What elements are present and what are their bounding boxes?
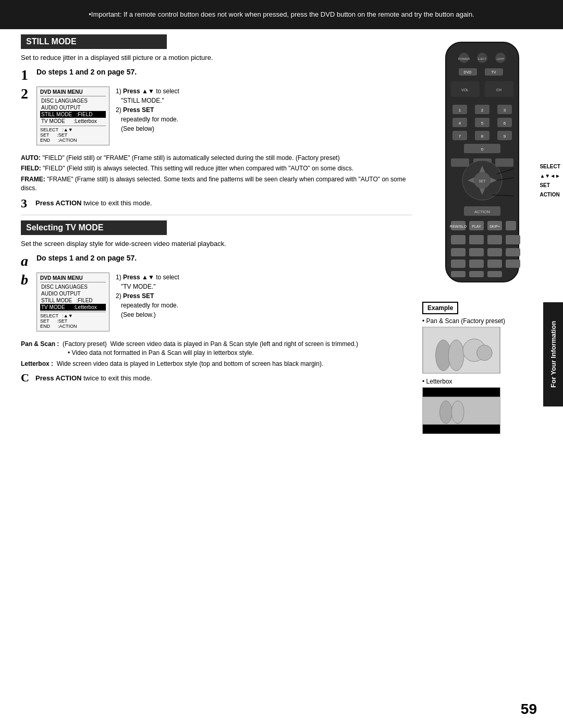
step-2-instructions: 1) Press ▲▼ to select "STILL MODE." 2) P… bbox=[116, 87, 179, 133]
field-desc: FIELD: "FIELD" (Field still) is always s… bbox=[21, 164, 412, 173]
menu-b-item-disc: DISC LANGUAGES bbox=[40, 283, 106, 290]
page-number: 59 bbox=[521, 701, 537, 718]
remote-labels: SELECT ▲▼◄► SET ACTION bbox=[540, 162, 560, 200]
step-3-number: 3 bbox=[21, 197, 32, 209]
step-1: 1 Do steps 1 and 2 on page 57. bbox=[21, 68, 412, 82]
letterbox-desc: Letterbox : Wide screen video data is pl… bbox=[21, 360, 412, 368]
svg-rect-70 bbox=[469, 271, 484, 277]
arrow-label: ▲▼◄► bbox=[540, 171, 560, 181]
auto-desc: AUTO: "FIELD" (Field still) or "FRAME" (… bbox=[21, 154, 412, 163]
svg-point-76 bbox=[477, 345, 493, 361]
tv-mode-intro: Set the screen display style for wide-sc… bbox=[21, 239, 412, 249]
svg-text:3: 3 bbox=[504, 108, 506, 113]
svg-rect-65 bbox=[451, 260, 466, 268]
menu-b-item-tv: TV MODE :Letterbox bbox=[40, 304, 106, 311]
svg-rect-62 bbox=[469, 248, 484, 256]
step-1-number: 1 bbox=[21, 68, 32, 82]
step-c-letter: C bbox=[21, 372, 32, 384]
remote-svg: POWER EJECT LIGHT DVD TV VOL CH 1 2 bbox=[433, 40, 532, 290]
svg-rect-58 bbox=[469, 235, 484, 244]
svg-text:PLAY: PLAY bbox=[472, 225, 481, 228]
svg-rect-59 bbox=[487, 235, 502, 244]
svg-rect-81 bbox=[423, 424, 500, 434]
svg-text:SET: SET bbox=[479, 179, 486, 183]
svg-rect-68 bbox=[506, 260, 520, 268]
menu-b-title: DVD MAIN MENU bbox=[40, 275, 106, 282]
svg-text:1: 1 bbox=[459, 108, 461, 113]
menu-item-still: STILL MODE :FIELD bbox=[40, 111, 106, 118]
step-b-instructions: 1) Press ▲▼ to select "TV MODE." 2) Pres… bbox=[116, 273, 179, 319]
letterbox-svg bbox=[423, 387, 500, 434]
menu-title: DVD MAIN MENU bbox=[40, 89, 106, 96]
pan-scan-desc: Pan & Scan : (Factory preset) Wide scree… bbox=[21, 340, 412, 357]
menu-b-item-audio: AUDIO OUTPUT bbox=[40, 290, 106, 297]
svg-rect-35 bbox=[451, 158, 469, 167]
menu-item-disc: DISC LANGUAGES bbox=[40, 97, 106, 104]
step-2: 2 DVD MAIN MENU DISC LANGUAGES AUDIO OUT… bbox=[21, 87, 412, 150]
still-mode-intro: Set to reduce jitter in a displayed stil… bbox=[21, 53, 412, 63]
svg-rect-53 bbox=[506, 221, 516, 230]
svg-text:0: 0 bbox=[481, 147, 484, 152]
svg-text:7: 7 bbox=[459, 134, 461, 139]
svg-text:POWER: POWER bbox=[458, 57, 470, 60]
step-1-text: Do steps 1 and 2 on page 57. bbox=[36, 68, 137, 76]
svg-rect-80 bbox=[423, 387, 500, 397]
example-section: Example • Pan & Scan (Factory preset) bbox=[422, 302, 542, 438]
svg-text:6: 6 bbox=[504, 121, 506, 126]
menu-footer: SELECT :▲▼ SET :SET END :ACTION bbox=[40, 126, 106, 143]
tv-mode-header: Selecting TV MODE bbox=[21, 220, 167, 235]
step-3: 3 Press ACTION twice to exit this mode. bbox=[21, 197, 412, 209]
example-label: Example bbox=[422, 302, 458, 314]
left-column: STILL MODE Set to reduce jitter in a dis… bbox=[21, 29, 412, 438]
still-mode-header: STILL MODE bbox=[21, 34, 167, 49]
still-mode-menu-box: DVD MAIN MENU DISC LANGUAGES AUDIO OUTPU… bbox=[36, 87, 109, 145]
svg-text:8: 8 bbox=[481, 134, 484, 139]
right-column: POWER EJECT LIGHT DVD TV VOL CH 1 2 bbox=[422, 29, 542, 438]
frame-desc: FRAME: "FRAME" (Frame still) is always s… bbox=[21, 175, 412, 193]
menu-b-item-still: STILL MODE :FILED bbox=[40, 297, 106, 304]
svg-text:5: 5 bbox=[481, 121, 484, 126]
action-label: ACTION bbox=[540, 190, 560, 200]
pan-scan-svg bbox=[423, 327, 500, 374]
svg-rect-57 bbox=[451, 235, 466, 244]
step-a-letter: a bbox=[21, 254, 32, 268]
menu-item-tv: TV MODE :Letterbox bbox=[40, 118, 106, 125]
set-label: SET bbox=[540, 181, 560, 190]
svg-rect-71 bbox=[487, 271, 502, 277]
top-banner: •Important: If a remote control button d… bbox=[0, 0, 563, 29]
sidebar-fyi: For Your Information bbox=[543, 302, 563, 406]
tv-mode-section: Selecting TV MODE Set the screen display… bbox=[21, 220, 412, 384]
svg-text:ACTION: ACTION bbox=[474, 209, 490, 214]
letterbox-image bbox=[422, 387, 500, 434]
svg-text:REW/SLO: REW/SLO bbox=[450, 225, 467, 228]
svg-rect-66 bbox=[469, 260, 484, 268]
svg-text:CH: CH bbox=[496, 88, 501, 92]
svg-text:VOL: VOL bbox=[461, 88, 469, 92]
step-a: a Do steps 1 and 2 on page 57. bbox=[21, 254, 412, 268]
svg-rect-63 bbox=[487, 248, 502, 256]
step-a-text: Do steps 1 and 2 on page 57. bbox=[36, 254, 137, 262]
pan-scan-image bbox=[422, 327, 500, 374]
letterbox-label: • Letterbox bbox=[422, 378, 542, 385]
svg-text:9: 9 bbox=[504, 134, 506, 139]
top-banner-text: •Important: If a remote control button d… bbox=[89, 10, 474, 18]
step-2-number: 2 bbox=[21, 87, 32, 101]
svg-point-84 bbox=[451, 401, 464, 423]
svg-rect-60 bbox=[506, 235, 520, 244]
remote-wrapper: POWER EJECT LIGHT DVD TV VOL CH 1 2 bbox=[433, 40, 532, 291]
svg-rect-69 bbox=[451, 271, 466, 277]
svg-text:SKIP+: SKIP+ bbox=[489, 225, 500, 228]
pan-scan-label: • Pan & Scan (Factory preset) bbox=[422, 317, 542, 325]
step-b-menu-container: DVD MAIN MENU DISC LANGUAGES AUDIO OUTPU… bbox=[36, 273, 412, 331]
svg-rect-67 bbox=[487, 260, 502, 268]
svg-text:2: 2 bbox=[481, 108, 484, 113]
svg-text:LIGHT: LIGHT bbox=[497, 57, 505, 60]
tv-mode-menu-box: DVD MAIN MENU DISC LANGUAGES AUDIO OUTPU… bbox=[36, 273, 109, 331]
step-b-letter: b bbox=[21, 273, 32, 287]
still-mode-section: STILL MODE Set to reduce jitter in a dis… bbox=[21, 34, 412, 209]
step-c: C Press ACTION twice to exit this mode. bbox=[21, 372, 412, 384]
select-label: SELECT bbox=[540, 162, 560, 171]
svg-rect-61 bbox=[451, 248, 466, 256]
svg-text:EJECT: EJECT bbox=[478, 57, 486, 60]
menu-b-footer: SELECT :▲▼ SET :SET END :ACTION bbox=[40, 312, 106, 329]
